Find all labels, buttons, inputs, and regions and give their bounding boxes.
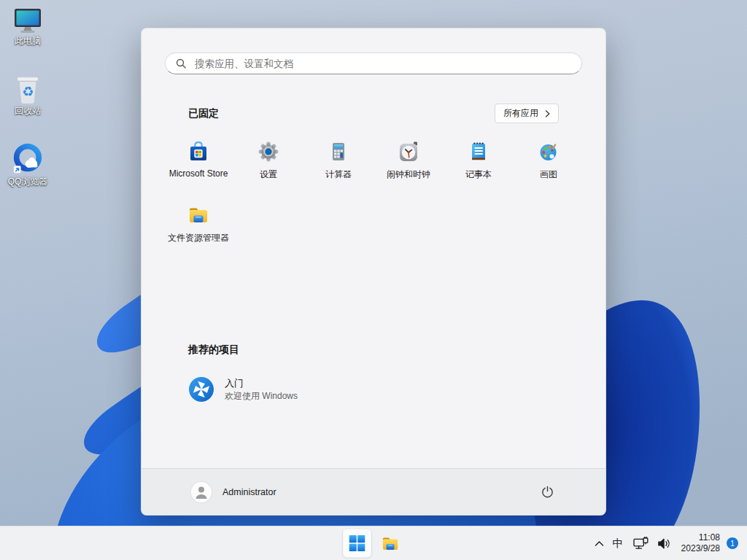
app-label: 画图 bbox=[540, 168, 557, 181]
app-label: 计算器 bbox=[325, 168, 352, 181]
app-tile-alarms-clock[interactable]: 闹钟和时钟 bbox=[374, 134, 444, 198]
app-label: 闹钟和时钟 bbox=[387, 168, 430, 181]
qq-browser-icon bbox=[11, 142, 44, 176]
recycle-bin-icon: ♻ bbox=[12, 74, 43, 105]
windows-start-icon bbox=[349, 535, 365, 551]
app-label: 文件资源管理器 bbox=[168, 232, 229, 244]
start-menu-user-bar: Administrator bbox=[142, 468, 605, 515]
notepad-icon bbox=[467, 140, 490, 163]
start-menu-panel: 已固定 所有应用 Microsoft Sto bbox=[141, 28, 606, 516]
chevron-up-icon bbox=[595, 540, 604, 547]
tray-time: 11:08 bbox=[699, 532, 720, 543]
desktop-icon-label: 此电脑 bbox=[15, 36, 41, 46]
app-label: 设置 bbox=[260, 168, 277, 181]
desktop-icon-label: QQ浏览器 bbox=[8, 177, 48, 187]
tray-hidden-icons-button[interactable] bbox=[591, 537, 608, 551]
folder-icon bbox=[380, 534, 400, 553]
desktop-icon-this-pc[interactable]: 此电脑 bbox=[1, 7, 55, 46]
calculator-icon bbox=[327, 140, 350, 163]
app-tile-calculator[interactable]: 计算器 bbox=[303, 134, 374, 198]
app-label: 记事本 bbox=[465, 168, 492, 181]
user-avatar-icon bbox=[191, 482, 212, 502]
start-button[interactable] bbox=[343, 529, 372, 558]
desktop-icon-recycle-bin[interactable]: ♻ 回收站 bbox=[1, 74, 55, 116]
get-started-icon bbox=[188, 376, 214, 402]
app-tile-file-explorer[interactable]: 文件资源管理器 bbox=[163, 198, 233, 261]
this-pc-icon bbox=[12, 7, 44, 35]
desktop-icon-qq-browser[interactable]: QQ浏览器 bbox=[1, 142, 55, 187]
paint-icon bbox=[537, 140, 560, 163]
settings-gear-icon bbox=[257, 140, 280, 163]
all-apps-button[interactable]: 所有应用 bbox=[495, 104, 559, 123]
search-box bbox=[165, 52, 582, 74]
all-apps-label: 所有应用 bbox=[503, 107, 538, 120]
desktop-icon-label: 回收站 bbox=[15, 106, 41, 116]
recommended-header: 推荐的项目 bbox=[188, 343, 239, 357]
alarms-clock-icon bbox=[397, 140, 420, 163]
network-icon[interactable] bbox=[629, 533, 653, 554]
pinned-header: 已固定 bbox=[188, 107, 219, 120]
notification-badge[interactable]: 1 bbox=[727, 537, 738, 549]
app-tile-settings[interactable]: 设置 bbox=[233, 134, 303, 198]
svg-text:♻: ♻ bbox=[22, 84, 34, 99]
chevron-right-icon bbox=[545, 110, 550, 117]
power-icon bbox=[541, 485, 554, 499]
power-button[interactable] bbox=[536, 481, 559, 503]
microsoft-store-icon bbox=[187, 140, 210, 163]
user-profile-button[interactable]: Administrator bbox=[188, 479, 279, 505]
taskbar-clock[interactable]: 11:08 2023/9/28 bbox=[681, 532, 720, 554]
search-input[interactable] bbox=[165, 52, 582, 74]
user-name: Administrator bbox=[222, 487, 276, 497]
search-icon bbox=[176, 58, 186, 69]
recommended-item-subtitle: 欢迎使用 Windows bbox=[225, 391, 298, 402]
ime-indicator[interactable]: 中 bbox=[608, 534, 629, 553]
app-label: Microsoft Store bbox=[169, 168, 228, 179]
app-tile-microsoft-store[interactable]: Microsoft Store bbox=[163, 134, 233, 198]
file-explorer-icon bbox=[187, 203, 210, 227]
pinned-app-grid: Microsoft Store bbox=[142, 134, 605, 261]
app-tile-paint[interactable]: 画图 bbox=[514, 134, 584, 198]
tray-date: 2023/9/28 bbox=[681, 543, 720, 554]
app-tile-notepad[interactable]: 记事本 bbox=[444, 134, 514, 198]
taskbar: 中 11:08 2023/9/28 1 bbox=[0, 526, 747, 560]
recommended-item-title: 入门 bbox=[225, 378, 298, 389]
recommended-item-get-started[interactable]: 入门 欢迎使用 Windows bbox=[182, 373, 303, 406]
taskbar-file-explorer-button[interactable] bbox=[376, 529, 405, 558]
volume-icon[interactable] bbox=[653, 533, 676, 554]
